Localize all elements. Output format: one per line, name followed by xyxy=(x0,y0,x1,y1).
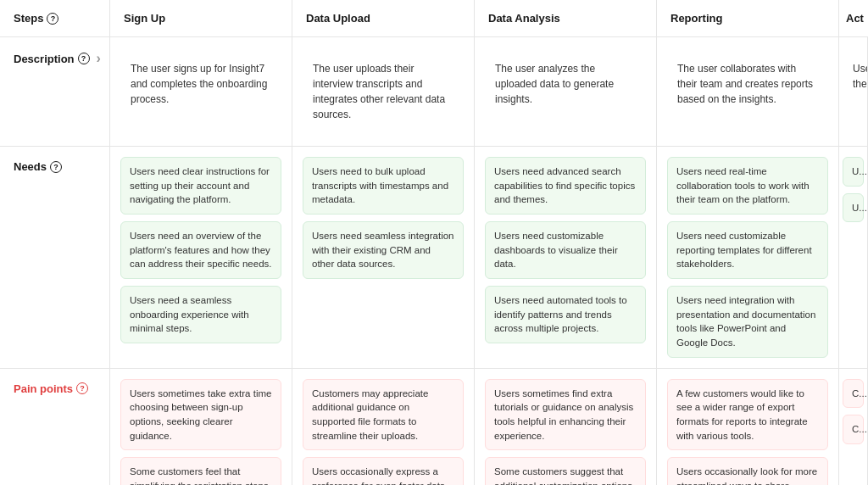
header-analysis: Data Analysis xyxy=(475,0,657,36)
list-item: Users need seamless integration with the… xyxy=(303,221,464,279)
description-signup: The user signs up for Insight7 and compl… xyxy=(110,37,292,146)
description-reporting: The user collaborates with their team an… xyxy=(657,37,839,146)
list-item: Customers may appreciate additional guid… xyxy=(303,379,464,451)
desc-analysis-text: The user analyzes the uploaded data to g… xyxy=(485,47,646,120)
list-item: Some customers suggest that additional c… xyxy=(485,457,646,485)
steps-label: Steps xyxy=(14,12,43,25)
desc-act-text: Use the... xyxy=(843,47,864,105)
list-item: Users need automated tools to identify p… xyxy=(485,286,646,343)
pain-signup: Users sometimes take extra time choosing… xyxy=(110,369,292,485)
description-arrow: › xyxy=(97,51,101,66)
table-body: Description ? › The user signs up for In… xyxy=(0,37,868,485)
list-item: Users need a seamless onboarding experie… xyxy=(120,286,281,343)
list-item: Users need an overview of the platform's… xyxy=(120,221,281,279)
needs-reporting: Users need real-time collaboration tools… xyxy=(657,147,839,368)
pain-reporting: A few customers would like to see a wide… xyxy=(657,369,839,485)
list-item: U...w...a... xyxy=(843,193,864,223)
list-item: C...c... xyxy=(843,379,864,409)
description-analysis: The user analyzes the uploaded data to g… xyxy=(475,37,657,146)
description-info-icon[interactable]: ? xyxy=(78,53,90,64)
header-reporting: Reporting xyxy=(657,0,839,36)
row-label-pain-points: Pain points ? xyxy=(0,369,110,485)
needs-act: U... U...w...a... xyxy=(839,147,868,368)
list-item: Users occasionally express a preference … xyxy=(303,457,464,485)
needs-analysis: Users need advanced search capabilities … xyxy=(475,147,657,368)
list-item: Users need clear instructions for settin… xyxy=(120,157,281,215)
pain-points-row: Pain points ? Users sometimes take extra… xyxy=(0,369,868,485)
header-signup: Sign Up xyxy=(110,0,292,36)
desc-signup-text: The user signs up for Insight7 and compl… xyxy=(120,47,281,120)
list-item: Users sometimes find extra tutorials or … xyxy=(485,379,646,451)
needs-upload: Users need to bulk upload transcripts wi… xyxy=(292,147,475,368)
list-item: U... xyxy=(843,157,864,187)
pain-act: C...c... C...ch...a... xyxy=(839,369,868,485)
list-item: Users need to bulk upload transcripts wi… xyxy=(303,157,464,215)
user-journey-table: Steps ? Sign Up Data Upload Data Analysi… xyxy=(0,0,868,485)
needs-row: Needs ? Users need clear instructions fo… xyxy=(0,147,868,369)
list-item: Users need real-time collaboration tools… xyxy=(667,157,828,215)
pain-upload: Customers may appreciate additional guid… xyxy=(292,369,475,485)
list-item: Users need customizable reporting templa… xyxy=(667,221,828,279)
needs-info-icon[interactable]: ? xyxy=(50,161,62,173)
list-item: Users need advanced search capabilities … xyxy=(485,157,646,215)
list-item: Users sometimes take extra time choosing… xyxy=(120,379,281,451)
needs-signup: Users need clear instructions for settin… xyxy=(110,147,292,368)
table-header: Steps ? Sign Up Data Upload Data Analysi… xyxy=(0,0,868,37)
steps-info-icon[interactable]: ? xyxy=(47,13,58,25)
pain-points-info-icon[interactable]: ? xyxy=(76,382,88,394)
description-row: Description ? › The user signs up for In… xyxy=(0,37,868,147)
list-item: Users need integration with presentation… xyxy=(667,286,828,358)
list-item: A few customers would like to see a wide… xyxy=(667,379,828,451)
list-item: Users occasionally look for more streaml… xyxy=(667,457,828,485)
desc-reporting-text: The user collaborates with their team an… xyxy=(667,47,828,120)
row-label-needs: Needs ? xyxy=(0,147,110,368)
header-act: Act xyxy=(839,0,868,36)
list-item: Users need customizable dashboards to vi… xyxy=(485,221,646,279)
row-label-description: Description ? › xyxy=(0,37,110,146)
header-steps: Steps ? xyxy=(0,0,110,36)
list-item: C...ch...a... xyxy=(843,415,864,444)
description-upload: The user uploads their interview transcr… xyxy=(292,37,475,146)
list-item: Some customers feel that simplifying the… xyxy=(120,457,281,485)
pain-analysis: Users sometimes find extra tutorials or … xyxy=(475,369,657,485)
desc-upload-text: The user uploads their interview transcr… xyxy=(303,47,464,136)
description-act: Use the... xyxy=(839,37,868,146)
header-upload: Data Upload xyxy=(292,0,475,36)
